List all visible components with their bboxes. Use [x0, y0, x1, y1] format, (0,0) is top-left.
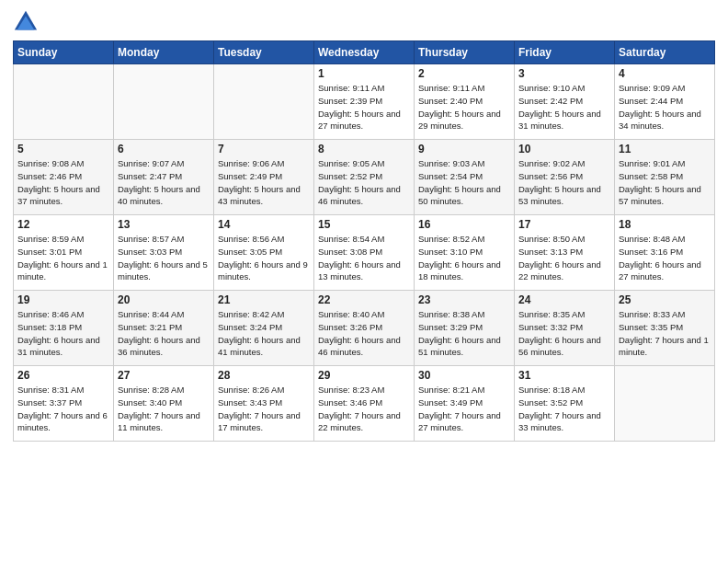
col-header-thursday: Thursday [415, 41, 515, 64]
day-cell: 3Sunrise: 9:10 AM Sunset: 2:42 PM Daylig… [515, 64, 615, 140]
day-number: 30 [418, 369, 510, 382]
week-row-0: 1Sunrise: 9:11 AM Sunset: 2:39 PM Daylig… [14, 64, 715, 140]
day-info: Sunrise: 9:11 AM Sunset: 2:39 PM Dayligh… [318, 82, 410, 132]
day-info: Sunrise: 8:18 AM Sunset: 3:52 PM Dayligh… [518, 384, 610, 434]
day-cell: 11Sunrise: 9:01 AM Sunset: 2:58 PM Dayli… [615, 140, 715, 215]
day-info: Sunrise: 8:40 AM Sunset: 3:26 PM Dayligh… [318, 308, 410, 359]
day-cell: 16Sunrise: 8:52 AM Sunset: 3:10 PM Dayli… [415, 215, 515, 291]
day-cell: 27Sunrise: 8:28 AM Sunset: 3:40 PM Dayli… [114, 366, 214, 442]
header [13, 9, 715, 35]
calendar-header-row: SundayMondayTuesdayWednesdayThursdayFrid… [14, 41, 715, 64]
logo [13, 9, 42, 35]
day-number: 5 [17, 143, 109, 155]
day-info: Sunrise: 8:23 AM Sunset: 3:46 PM Dayligh… [318, 384, 410, 434]
day-info: Sunrise: 8:46 AM Sunset: 3:18 PM Dayligh… [17, 308, 109, 359]
day-number: 1 [318, 67, 410, 80]
day-info: Sunrise: 9:02 AM Sunset: 2:56 PM Dayligh… [518, 157, 610, 208]
day-cell: 15Sunrise: 8:54 AM Sunset: 3:08 PM Dayli… [314, 215, 415, 291]
day-number: 29 [318, 369, 410, 382]
day-cell: 8Sunrise: 9:05 AM Sunset: 2:52 PM Daylig… [314, 140, 415, 215]
col-header-saturday: Saturday [615, 41, 715, 64]
day-info: Sunrise: 8:44 AM Sunset: 3:21 PM Dayligh… [118, 308, 210, 359]
day-number: 14 [218, 218, 310, 231]
day-cell: 17Sunrise: 8:50 AM Sunset: 3:13 PM Dayli… [515, 215, 615, 291]
week-row-1: 5Sunrise: 9:08 AM Sunset: 2:46 PM Daylig… [14, 140, 715, 215]
day-number: 8 [318, 143, 410, 155]
day-number: 2 [418, 67, 510, 80]
day-cell: 18Sunrise: 8:48 AM Sunset: 3:16 PM Dayli… [615, 215, 715, 291]
day-number: 16 [418, 218, 510, 231]
day-number: 3 [518, 67, 610, 80]
day-cell: 23Sunrise: 8:38 AM Sunset: 3:29 PM Dayli… [415, 291, 515, 366]
day-info: Sunrise: 8:21 AM Sunset: 3:49 PM Dayligh… [418, 384, 510, 434]
day-cell: 28Sunrise: 8:26 AM Sunset: 3:43 PM Dayli… [214, 366, 314, 442]
day-number: 25 [619, 293, 711, 306]
day-info: Sunrise: 8:38 AM Sunset: 3:29 PM Dayligh… [418, 308, 510, 359]
day-info: Sunrise: 8:52 AM Sunset: 3:10 PM Dayligh… [418, 233, 510, 283]
day-number: 22 [318, 293, 410, 306]
day-info: Sunrise: 9:10 AM Sunset: 2:42 PM Dayligh… [518, 82, 610, 132]
day-cell: 1Sunrise: 9:11 AM Sunset: 2:39 PM Daylig… [314, 64, 415, 140]
day-cell: 29Sunrise: 8:23 AM Sunset: 3:46 PM Dayli… [314, 366, 415, 442]
day-cell: 31Sunrise: 8:18 AM Sunset: 3:52 PM Dayli… [515, 366, 615, 442]
day-cell: 25Sunrise: 8:33 AM Sunset: 3:35 PM Dayli… [615, 291, 715, 366]
day-number: 21 [218, 293, 310, 306]
day-cell: 30Sunrise: 8:21 AM Sunset: 3:49 PM Dayli… [415, 366, 515, 442]
day-info: Sunrise: 8:56 AM Sunset: 3:05 PM Dayligh… [218, 233, 310, 283]
day-info: Sunrise: 9:03 AM Sunset: 2:54 PM Dayligh… [418, 157, 510, 208]
day-number: 9 [418, 143, 510, 155]
day-cell: 5Sunrise: 9:08 AM Sunset: 2:46 PM Daylig… [14, 140, 114, 215]
day-cell [615, 366, 715, 442]
col-header-tuesday: Tuesday [214, 41, 314, 64]
day-number: 4 [619, 67, 711, 80]
day-info: Sunrise: 9:01 AM Sunset: 2:58 PM Dayligh… [619, 157, 711, 208]
day-cell: 7Sunrise: 9:06 AM Sunset: 2:49 PM Daylig… [214, 140, 314, 215]
day-number: 15 [318, 218, 410, 231]
day-cell: 13Sunrise: 8:57 AM Sunset: 3:03 PM Dayli… [114, 215, 214, 291]
day-number: 31 [518, 369, 610, 382]
col-header-friday: Friday [515, 41, 615, 64]
day-cell: 24Sunrise: 8:35 AM Sunset: 3:32 PM Dayli… [515, 291, 615, 366]
day-info: Sunrise: 8:54 AM Sunset: 3:08 PM Dayligh… [318, 233, 410, 283]
day-number: 28 [218, 369, 310, 382]
day-info: Sunrise: 9:08 AM Sunset: 2:46 PM Dayligh… [17, 157, 109, 208]
day-info: Sunrise: 9:05 AM Sunset: 2:52 PM Dayligh… [318, 157, 410, 208]
col-header-wednesday: Wednesday [314, 41, 415, 64]
day-number: 27 [118, 369, 210, 382]
day-cell [114, 64, 214, 140]
day-cell: 10Sunrise: 9:02 AM Sunset: 2:56 PM Dayli… [515, 140, 615, 215]
day-number: 13 [118, 218, 210, 231]
col-header-monday: Monday [114, 41, 214, 64]
calendar-table: SundayMondayTuesdayWednesdayThursdayFrid… [13, 40, 715, 442]
day-info: Sunrise: 8:31 AM Sunset: 3:37 PM Dayligh… [17, 384, 109, 434]
day-number: 6 [118, 143, 210, 155]
logo-icon [13, 9, 39, 35]
day-number: 23 [418, 293, 510, 306]
col-header-sunday: Sunday [14, 41, 114, 64]
day-number: 11 [619, 143, 711, 155]
day-cell: 20Sunrise: 8:44 AM Sunset: 3:21 PM Dayli… [114, 291, 214, 366]
day-info: Sunrise: 8:28 AM Sunset: 3:40 PM Dayligh… [118, 384, 210, 434]
day-number: 7 [218, 143, 310, 155]
day-info: Sunrise: 8:50 AM Sunset: 3:13 PM Dayligh… [518, 233, 610, 283]
day-info: Sunrise: 8:42 AM Sunset: 3:24 PM Dayligh… [218, 308, 310, 359]
day-cell: 26Sunrise: 8:31 AM Sunset: 3:37 PM Dayli… [14, 366, 114, 442]
week-row-4: 26Sunrise: 8:31 AM Sunset: 3:37 PM Dayli… [14, 366, 715, 442]
day-cell [214, 64, 314, 140]
day-cell: 22Sunrise: 8:40 AM Sunset: 3:26 PM Dayli… [314, 291, 415, 366]
day-cell: 6Sunrise: 9:07 AM Sunset: 2:47 PM Daylig… [114, 140, 214, 215]
day-info: Sunrise: 8:26 AM Sunset: 3:43 PM Dayligh… [218, 384, 310, 434]
day-cell: 14Sunrise: 8:56 AM Sunset: 3:05 PM Dayli… [214, 215, 314, 291]
day-number: 26 [17, 369, 109, 382]
day-number: 18 [619, 218, 711, 231]
day-info: Sunrise: 9:06 AM Sunset: 2:49 PM Dayligh… [218, 157, 310, 208]
day-info: Sunrise: 9:11 AM Sunset: 2:40 PM Dayligh… [418, 82, 510, 132]
day-cell: 2Sunrise: 9:11 AM Sunset: 2:40 PM Daylig… [415, 64, 515, 140]
week-row-3: 19Sunrise: 8:46 AM Sunset: 3:18 PM Dayli… [14, 291, 715, 366]
day-cell [14, 64, 114, 140]
day-info: Sunrise: 8:35 AM Sunset: 3:32 PM Dayligh… [518, 308, 610, 359]
day-info: Sunrise: 9:09 AM Sunset: 2:44 PM Dayligh… [619, 82, 711, 132]
day-cell: 4Sunrise: 9:09 AM Sunset: 2:44 PM Daylig… [615, 64, 715, 140]
day-number: 19 [17, 293, 109, 306]
day-number: 17 [518, 218, 610, 231]
